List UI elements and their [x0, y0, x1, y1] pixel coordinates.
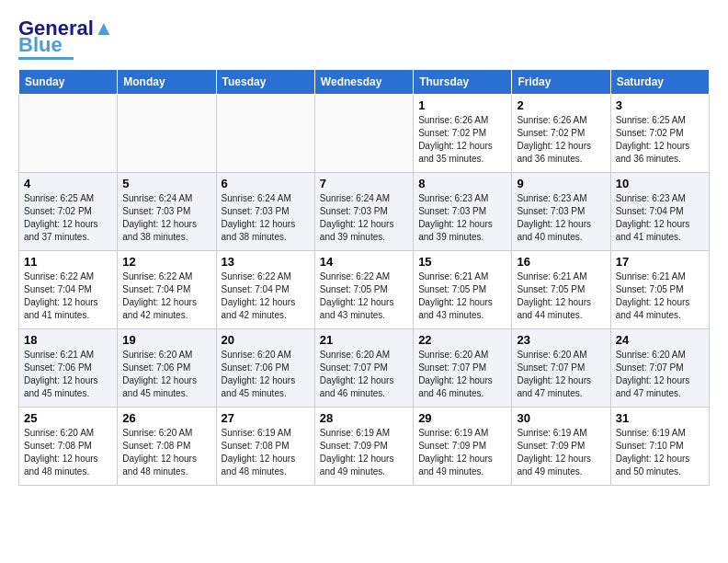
calendar-cell: 9Sunrise: 6:23 AM Sunset: 7:03 PM Daylig…: [512, 173, 610, 251]
day-info: Sunrise: 6:21 AM Sunset: 7:05 PM Dayligh…: [616, 270, 704, 322]
calendar-cell: 2Sunrise: 6:26 AM Sunset: 7:02 PM Daylig…: [512, 95, 610, 173]
day-info: Sunrise: 6:20 AM Sunset: 7:07 PM Dayligh…: [320, 349, 408, 400]
day-number: 27: [222, 411, 310, 425]
day-info: Sunrise: 6:20 AM Sunset: 7:08 PM Dayligh…: [24, 427, 112, 478]
day-number: 22: [418, 333, 506, 347]
calendar-cell: 5Sunrise: 6:24 AM Sunset: 7:03 PM Daylig…: [118, 173, 216, 251]
calendar-week-row: 18Sunrise: 6:21 AM Sunset: 7:06 PM Dayli…: [19, 329, 710, 408]
calendar-cell: 11Sunrise: 6:22 AM Sunset: 7:04 PM Dayli…: [19, 251, 118, 329]
day-number: 2: [517, 98, 605, 112]
day-number: 30: [517, 411, 605, 425]
calendar-week-row: 4Sunrise: 6:25 AM Sunset: 7:02 PM Daylig…: [19, 173, 710, 251]
calendar-cell: 1Sunrise: 6:26 AM Sunset: 7:02 PM Daylig…: [414, 95, 512, 173]
day-number: 25: [24, 411, 112, 425]
day-number: 29: [418, 411, 506, 425]
day-number: 1: [418, 98, 506, 112]
calendar-cell: 21Sunrise: 6:20 AM Sunset: 7:07 PM Dayli…: [314, 329, 413, 408]
day-info: Sunrise: 6:25 AM Sunset: 7:02 PM Dayligh…: [24, 192, 112, 244]
calendar-cell: 31Sunrise: 6:19 AM Sunset: 7:10 PM Dayli…: [610, 408, 709, 486]
day-number: 14: [320, 255, 408, 269]
day-header-thursday: Thursday: [414, 70, 512, 95]
day-number: 16: [517, 255, 605, 269]
calendar-cell: 8Sunrise: 6:23 AM Sunset: 7:03 PM Daylig…: [414, 173, 512, 251]
calendar-cell: 17Sunrise: 6:21 AM Sunset: 7:05 PM Dayli…: [610, 251, 709, 329]
day-info: Sunrise: 6:20 AM Sunset: 7:07 PM Dayligh…: [616, 349, 704, 400]
calendar-cell: 15Sunrise: 6:21 AM Sunset: 7:05 PM Dayli…: [414, 251, 512, 329]
calendar-cell: [314, 95, 413, 173]
day-info: Sunrise: 6:21 AM Sunset: 7:05 PM Dayligh…: [517, 270, 605, 322]
day-number: 24: [616, 333, 704, 347]
logo: General▲ Blue: [18, 18, 114, 60]
day-header-saturday: Saturday: [610, 70, 709, 95]
day-info: Sunrise: 6:20 AM Sunset: 7:06 PM Dayligh…: [222, 349, 310, 400]
day-info: Sunrise: 6:24 AM Sunset: 7:03 PM Dayligh…: [222, 192, 310, 244]
day-info: Sunrise: 6:20 AM Sunset: 7:06 PM Dayligh…: [122, 349, 210, 400]
calendar-cell: 25Sunrise: 6:20 AM Sunset: 7:08 PM Dayli…: [19, 408, 118, 486]
day-header-monday: Monday: [118, 70, 216, 95]
calendar-cell: 13Sunrise: 6:22 AM Sunset: 7:04 PM Dayli…: [216, 251, 314, 329]
calendar-cell: 4Sunrise: 6:25 AM Sunset: 7:02 PM Daylig…: [19, 173, 118, 251]
day-info: Sunrise: 6:19 AM Sunset: 7:09 PM Dayligh…: [418, 427, 506, 478]
day-header-tuesday: Tuesday: [216, 70, 314, 95]
calendar-cell: 26Sunrise: 6:20 AM Sunset: 7:08 PM Dayli…: [118, 408, 216, 486]
day-info: Sunrise: 6:19 AM Sunset: 7:10 PM Dayligh…: [616, 427, 704, 478]
calendar-week-row: 25Sunrise: 6:20 AM Sunset: 7:08 PM Dayli…: [19, 408, 710, 486]
calendar-cell: [118, 95, 216, 173]
day-number: 13: [222, 255, 310, 269]
calendar-cell: [19, 95, 118, 173]
calendar-cell: 14Sunrise: 6:22 AM Sunset: 7:05 PM Dayli…: [314, 251, 413, 329]
calendar-cell: 19Sunrise: 6:20 AM Sunset: 7:06 PM Dayli…: [118, 329, 216, 408]
day-number: 23: [517, 333, 605, 347]
day-info: Sunrise: 6:20 AM Sunset: 7:07 PM Dayligh…: [517, 349, 605, 400]
calendar-cell: 28Sunrise: 6:19 AM Sunset: 7:09 PM Dayli…: [314, 408, 413, 486]
day-info: Sunrise: 6:22 AM Sunset: 7:05 PM Dayligh…: [320, 270, 408, 322]
day-info: Sunrise: 6:19 AM Sunset: 7:09 PM Dayligh…: [517, 427, 605, 478]
day-info: Sunrise: 6:19 AM Sunset: 7:09 PM Dayligh…: [320, 427, 408, 478]
day-number: 3: [616, 98, 704, 112]
day-number: 17: [616, 255, 704, 269]
calendar-table: SundayMondayTuesdayWednesdayThursdayFrid…: [18, 69, 710, 486]
day-info: Sunrise: 6:24 AM Sunset: 7:03 PM Dayligh…: [122, 192, 210, 244]
calendar-cell: 18Sunrise: 6:21 AM Sunset: 7:06 PM Dayli…: [19, 329, 118, 408]
calendar-cell: 20Sunrise: 6:20 AM Sunset: 7:06 PM Dayli…: [216, 329, 314, 408]
day-info: Sunrise: 6:23 AM Sunset: 7:04 PM Dayligh…: [616, 192, 704, 244]
calendar-cell: 6Sunrise: 6:24 AM Sunset: 7:03 PM Daylig…: [216, 173, 314, 251]
day-number: 15: [418, 255, 506, 269]
logo-blue-text: Blue: [18, 35, 63, 55]
calendar-week-row: 11Sunrise: 6:22 AM Sunset: 7:04 PM Dayli…: [19, 251, 710, 329]
day-info: Sunrise: 6:20 AM Sunset: 7:08 PM Dayligh…: [122, 427, 210, 478]
day-info: Sunrise: 6:21 AM Sunset: 7:05 PM Dayligh…: [418, 270, 506, 322]
logo-underline: [18, 57, 74, 60]
calendar-cell: 12Sunrise: 6:22 AM Sunset: 7:04 PM Dayli…: [118, 251, 216, 329]
day-header-sunday: Sunday: [19, 70, 118, 95]
day-number: 20: [222, 333, 310, 347]
day-info: Sunrise: 6:22 AM Sunset: 7:04 PM Dayligh…: [222, 270, 310, 322]
day-number: 18: [24, 333, 112, 347]
day-number: 21: [320, 333, 408, 347]
day-number: 4: [24, 177, 112, 190]
calendar-cell: 10Sunrise: 6:23 AM Sunset: 7:04 PM Dayli…: [610, 173, 709, 251]
calendar-cell: [216, 95, 314, 173]
day-number: 5: [122, 177, 210, 190]
day-number: 9: [517, 177, 605, 190]
day-info: Sunrise: 6:19 AM Sunset: 7:08 PM Dayligh…: [222, 427, 310, 478]
page-header: General▲ Blue: [18, 18, 710, 60]
calendar-cell: 16Sunrise: 6:21 AM Sunset: 7:05 PM Dayli…: [512, 251, 610, 329]
calendar-cell: 23Sunrise: 6:20 AM Sunset: 7:07 PM Dayli…: [512, 329, 610, 408]
day-header-friday: Friday: [512, 70, 610, 95]
day-number: 6: [222, 177, 310, 190]
day-header-wednesday: Wednesday: [314, 70, 413, 95]
day-number: 11: [24, 255, 112, 269]
calendar-cell: 29Sunrise: 6:19 AM Sunset: 7:09 PM Dayli…: [414, 408, 512, 486]
day-info: Sunrise: 6:22 AM Sunset: 7:04 PM Dayligh…: [122, 270, 210, 322]
day-number: 7: [320, 177, 408, 190]
day-info: Sunrise: 6:23 AM Sunset: 7:03 PM Dayligh…: [418, 192, 506, 244]
calendar-header-row: SundayMondayTuesdayWednesdayThursdayFrid…: [19, 70, 710, 95]
day-number: 26: [122, 411, 210, 425]
day-info: Sunrise: 6:26 AM Sunset: 7:02 PM Dayligh…: [517, 114, 605, 166]
day-info: Sunrise: 6:26 AM Sunset: 7:02 PM Dayligh…: [418, 114, 506, 166]
day-info: Sunrise: 6:24 AM Sunset: 7:03 PM Dayligh…: [320, 192, 408, 244]
calendar-cell: 3Sunrise: 6:25 AM Sunset: 7:02 PM Daylig…: [610, 95, 709, 173]
day-number: 19: [122, 333, 210, 347]
day-info: Sunrise: 6:21 AM Sunset: 7:06 PM Dayligh…: [24, 349, 112, 400]
